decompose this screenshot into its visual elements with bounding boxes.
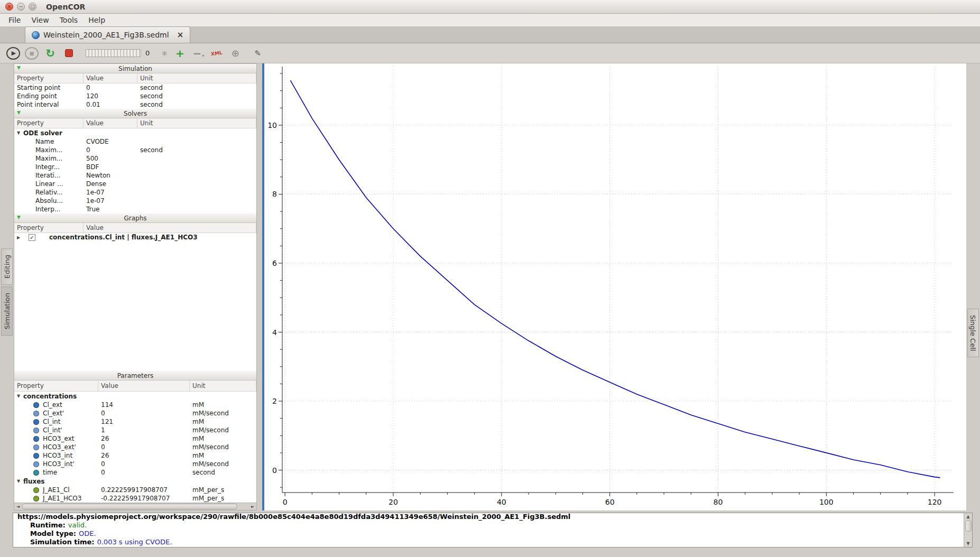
reset-parameters-button[interactable]: ∗	[154, 47, 168, 60]
parameter-value[interactable]: 1	[98, 426, 190, 434]
property-value[interactable]: 0	[84, 146, 137, 154]
vertical-scrollbar[interactable]: ▲ ▼	[964, 513, 972, 547]
dock-tab-editing[interactable]: Editing	[1, 248, 13, 285]
horizontal-scrollbar[interactable]: ◄ ►	[14, 503, 256, 510]
dock-tab-simulation[interactable]: Simulation	[1, 286, 13, 336]
panel-splitter[interactable]	[257, 63, 262, 510]
tree-expanded-icon[interactable]: ▼	[17, 131, 23, 135]
dock-tab-single-cell[interactable]: Single Cell	[967, 309, 979, 357]
solver-row-interpolate-solution[interactable]: Interp... True	[14, 205, 256, 213]
stop-button[interactable]: ■	[25, 47, 39, 60]
tree-expanded-icon[interactable]: ▼	[17, 394, 23, 398]
title-bar[interactable]: × − □ OpenCOR	[0, 0, 980, 14]
parameter-row-cl-ext-rate[interactable]: Cl_ext' 0 mM/second	[14, 409, 256, 417]
property-value[interactable]: 500	[84, 155, 137, 162]
property-row-ending-point[interactable]: Ending point 120 second	[14, 92, 256, 100]
maximize-button[interactable]: □	[29, 3, 36, 11]
close-button[interactable]: ×	[5, 3, 13, 11]
parameter-name: time	[43, 469, 57, 476]
tree-expanded-icon[interactable]: ▼	[17, 479, 23, 484]
reset-button[interactable]: ↻	[43, 47, 57, 60]
tab-weinstein-sedml[interactable]: Weinstein_2000_AE1_Fig3B.sedml ×	[25, 26, 190, 43]
property-value[interactable]: CVODE	[84, 138, 137, 145]
parameter-group-concentrations[interactable]: ▼ concentrations	[14, 392, 256, 401]
parameter-value[interactable]: 0	[98, 469, 190, 476]
parameter-row-hco3-ext[interactable]: HCO3_ext 26 mM	[14, 434, 256, 443]
parameters-section-header[interactable]: Parameters	[14, 371, 256, 380]
dropdown-arrow-icon[interactable]: ▾	[202, 53, 204, 60]
menu-tools[interactable]: Tools	[54, 14, 84, 26]
plot-canvas[interactable]: 0204060801001200246810	[264, 63, 966, 510]
property-value[interactable]: 0.01	[84, 101, 137, 108]
scrollbar-thumb[interactable]	[965, 520, 972, 532]
property-row-starting-point[interactable]: Starting point 0 second	[14, 83, 256, 92]
graph-row[interactable]: ▶ ✓ concentrations.Cl_int | fluxes.J_AE1…	[14, 233, 256, 242]
parameter-value[interactable]: 0	[98, 460, 190, 468]
scroll-right-icon[interactable]: ►	[249, 504, 256, 509]
parameter-value[interactable]: 26	[98, 435, 190, 442]
property-value[interactable]: 120	[84, 92, 137, 100]
clear-results-button[interactable]	[62, 47, 76, 60]
parameter-value[interactable]: 0	[98, 443, 190, 451]
solver-row-relative-tolerance[interactable]: Relativ... 1e-07	[14, 188, 256, 197]
edit-button[interactable]: ✎	[247, 47, 261, 60]
ode-solver-group-row[interactable]: ▼ ODE solver	[14, 128, 256, 137]
graph-checkbox[interactable]: ✓	[29, 234, 35, 241]
scroll-left-icon[interactable]: ◄	[14, 504, 22, 509]
scroll-up-icon[interactable]: ▲	[966, 513, 969, 520]
property-row-point-interval[interactable]: Point interval 0.01 second	[14, 100, 256, 109]
scrollbar-thumb[interactable]	[22, 504, 237, 509]
property-value[interactable]: True	[84, 206, 137, 213]
collapse-arrow-icon[interactable]: ▼	[17, 215, 21, 220]
graphs-section-header[interactable]: ▼ Graphs	[14, 213, 256, 223]
menu-file[interactable]: File	[3, 14, 26, 26]
property-value[interactable]: 1e-07	[84, 197, 137, 205]
remove-graph-panel-button[interactable]: −▾	[191, 47, 205, 60]
solver-row-integration-method[interactable]: Integr... BDF	[14, 163, 256, 171]
simulation-section-header[interactable]: ▼ Simulation	[14, 64, 256, 73]
parameter-row-cl-int[interactable]: Cl_int 121 mM	[14, 417, 256, 426]
solver-row-maximum-steps[interactable]: Maxim... 500	[14, 154, 256, 163]
export-csv-button[interactable]: XML	[210, 47, 224, 60]
solver-row-name[interactable]: Name CVODE	[14, 137, 256, 146]
parameter-value[interactable]: 121	[98, 418, 190, 425]
solver-row-linear-solver[interactable]: Linear ... Dense	[14, 180, 256, 188]
collapse-arrow-icon[interactable]: ▼	[17, 110, 21, 115]
parameter-name: HCO3_int'	[43, 460, 74, 468]
menu-help[interactable]: Help	[83, 14, 110, 26]
property-value[interactable]: BDF	[84, 163, 137, 171]
solvers-section-header[interactable]: ▼ Solvers	[14, 109, 256, 118]
parameter-row-time[interactable]: time 0 second	[14, 468, 256, 477]
parameter-value[interactable]: -0.222259917908707	[98, 495, 190, 502]
property-value[interactable]: Newton	[84, 172, 137, 179]
parameter-value[interactable]: 26	[98, 452, 190, 459]
scroll-down-icon[interactable]: ▼	[966, 540, 969, 547]
minimize-button[interactable]: −	[17, 3, 25, 11]
solver-row-iteration-type[interactable]: Iterati... Newton	[14, 171, 256, 180]
property-value[interactable]: 0	[84, 84, 137, 91]
run-button[interactable]: ▶	[6, 47, 20, 60]
parameter-row-hco3-ext-rate[interactable]: HCO3_ext' 0 mM/second	[14, 443, 256, 451]
web-button[interactable]: ⊕	[228, 47, 242, 60]
solver-row-maximum-step[interactable]: Maxim... 0 second	[14, 146, 256, 154]
property-value[interactable]: Dense	[84, 180, 137, 188]
parameter-row-hco3-int[interactable]: HCO3_int 26 mM	[14, 451, 256, 460]
parameter-row-hco3-int-rate[interactable]: HCO3_int' 0 mM/second	[14, 460, 256, 468]
parameter-group-fluxes[interactable]: ▼ fluxes	[14, 477, 256, 486]
property-value[interactable]: 1e-07	[84, 189, 137, 196]
delay-wheel[interactable]: 0	[86, 49, 150, 57]
parameter-value[interactable]: 0.222259917908707	[98, 486, 190, 494]
parameter-row-j-ae1-hco3[interactable]: J_AE1_HCO3 -0.222259917908707 mM_per_s	[14, 494, 256, 503]
parameter-row-cl-int-rate[interactable]: Cl_int' 1 mM/second	[14, 426, 256, 434]
add-graph-panel-button[interactable]: +	[173, 47, 187, 60]
solver-row-absolute-tolerance[interactable]: Absolu... 1e-07	[14, 197, 256, 205]
menu-view[interactable]: View	[26, 14, 54, 26]
tab-close-icon[interactable]: ×	[177, 30, 184, 40]
parameter-value[interactable]: 0	[98, 410, 190, 417]
delay-wheel-track[interactable]	[86, 49, 141, 57]
parameter-value[interactable]: 114	[98, 401, 190, 409]
parameter-row-cl-ext[interactable]: Cl_ext 114 mM	[14, 401, 256, 409]
collapse-arrow-icon[interactable]: ▼	[17, 66, 21, 70]
tree-collapsed-icon[interactable]: ▶	[17, 235, 23, 240]
parameter-row-j-ae1-cl[interactable]: J_AE1_Cl 0.222259917908707 mM_per_s	[14, 486, 256, 494]
